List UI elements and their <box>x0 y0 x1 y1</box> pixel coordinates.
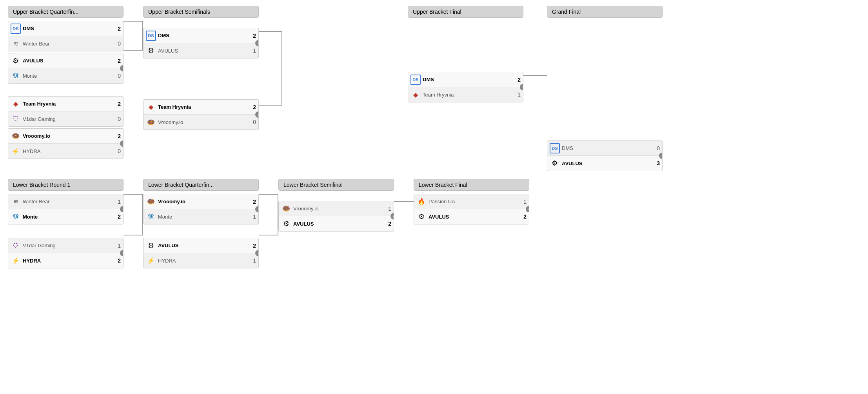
team-name: Vrooomy.io <box>158 119 251 125</box>
passion-logo: 🔥 <box>416 197 427 207</box>
team-name: DMS <box>423 77 516 82</box>
team-row: ⚙ AVULUS 1 <box>143 43 258 58</box>
team-name: DMS <box>158 33 251 38</box>
upper-sf-match1: DS DMS 2 ⚙ AVULUS 1 i <box>143 28 259 58</box>
team-name: AVULUS <box>158 243 251 248</box>
info-btn[interactable]: i <box>390 213 394 219</box>
hydra-logo2: ⚡ <box>11 255 21 266</box>
team-score: 2 <box>118 257 121 264</box>
team-row: ⚙ AVULUS 3 <box>547 156 662 171</box>
team-score: 2 <box>118 213 121 220</box>
upper-qf-match2: ⚙ AVULUS 2 𝕸 Monte 0 i <box>8 53 123 84</box>
info-btn[interactable]: i <box>120 65 123 71</box>
info-btn[interactable]: i <box>255 250 259 256</box>
monte-logo: 𝕸 <box>11 71 21 81</box>
team-name: HYDRA <box>23 258 116 264</box>
team-name: AVULUS <box>429 214 521 220</box>
info-btn[interactable]: i <box>120 140 123 147</box>
team-row: DS DMS 0 <box>547 141 662 156</box>
info-btn[interactable]: i <box>120 206 123 212</box>
lower-final-header: Lower Bracket Final <box>414 179 529 191</box>
v1dar-logo: 🛡 <box>11 114 21 124</box>
grand-final-column: Grand Final DS DMS 0 ⚙ AVULUS 3 i <box>547 6 663 171</box>
team-row: 🍩 Vrooomy.io 1 <box>279 201 394 216</box>
vrooomy-logo2: 🍩 <box>146 117 156 127</box>
grand-final-match1: DS DMS 0 ⚙ AVULUS 3 i <box>547 140 663 171</box>
upper-qf-header: Upper Bracket Quarterfin... <box>8 6 123 18</box>
team-name: Team Hryvnia <box>423 92 516 98</box>
monte-logo2: 𝕸 <box>11 212 21 222</box>
team-row: 𝕸 Monte 2 <box>8 209 123 224</box>
lower-qf-match1: 🍩 Vrooomy.io 2 𝕸 Monte 1 i <box>143 194 259 224</box>
dms-logo3: DS <box>410 75 421 85</box>
team-row: ◆ Team Hryvnia 2 <box>8 97 123 111</box>
team-score: 2 <box>118 58 121 64</box>
info-btn[interactable]: i <box>255 111 259 118</box>
team-row: 🛡 V1dar Gaming 1 <box>8 238 123 253</box>
upper-final-match1: DS DMS 2 ◆ Team Hryvnia 1 i <box>408 72 523 102</box>
team-name: HYDRA <box>158 258 251 264</box>
team-score: 2 <box>253 243 256 249</box>
team-name: Monte <box>23 214 116 220</box>
team-row: 🔥 Passion UA 1 <box>414 194 529 209</box>
info-btn[interactable]: i <box>255 40 259 46</box>
info-btn[interactable]: i <box>255 206 259 212</box>
vrooomy-logo4: 🍩 <box>281 204 291 214</box>
hydra-logo3: ⚡ <box>146 255 156 266</box>
team-score: 3 <box>657 160 660 166</box>
team-score: 2 <box>253 199 256 205</box>
team-row: ⚙ AVULUS 2 <box>279 216 394 231</box>
team-score: 0 <box>657 145 660 151</box>
team-row: ⚡ HYDRA 1 <box>143 253 258 268</box>
team-score: 2 <box>388 221 391 227</box>
lower-qf-header: Lower Bracket Quarterfin... <box>143 179 259 191</box>
avulus-logo4: ⚙ <box>550 158 560 168</box>
team-row: 🍩 Vrooomy.io 2 <box>143 194 258 209</box>
team-name: Monte <box>23 73 116 79</box>
team-name: AVULUS <box>562 161 655 166</box>
team-name: Vrooomy.io <box>158 199 251 204</box>
team-score: 1 <box>253 47 256 54</box>
team-score: 0 <box>118 73 121 79</box>
team-row: ≋ Winter Bear 0 <box>8 36 123 51</box>
team-score: 2 <box>253 33 256 39</box>
team-name: AVULUS <box>293 221 386 227</box>
info-btn[interactable]: i <box>520 84 523 90</box>
dms-logo4: DS <box>550 143 560 153</box>
team-score: 0 <box>118 40 121 47</box>
team-name: Team Hryvnia <box>23 101 116 107</box>
team-score: 2 <box>518 77 521 83</box>
team-score: 0 <box>253 119 256 125</box>
team-score: 2 <box>253 104 256 110</box>
team-row: ◆ Team Hryvnia 2 <box>143 100 258 115</box>
team-score: 1 <box>253 213 256 220</box>
winterbear-logo: ≋ <box>11 38 21 49</box>
team-name: Winter Bear <box>23 199 116 204</box>
avulus-logo2: ⚙ <box>146 46 156 56</box>
team-name: HYDRA <box>23 148 116 154</box>
team-row: 🍩 Vrooomy.io 0 <box>143 115 258 130</box>
info-btn[interactable]: i <box>120 250 123 256</box>
lower-r1-match2: 🛡 V1dar Gaming 1 ⚡ HYDRA 2 i <box>8 238 123 268</box>
lower-r1-column: Lower Bracket Round 1 ≋ Winter Bear 1 𝕸 … <box>8 179 123 268</box>
team-row: ⚡ HYDRA 2 <box>8 253 123 268</box>
team-name: V1dar Gaming <box>23 243 116 248</box>
team-score: 2 <box>118 26 121 32</box>
upper-final-column: Upper Bracket Final DS DMS 2 ◆ Team Hryv… <box>408 6 523 102</box>
team-name: Winter Bear <box>23 41 116 47</box>
team-row: ⚙ AVULUS 2 <box>8 53 123 68</box>
team-name: Vrooomy.io <box>23 133 116 139</box>
upper-sf-header: Upper Bracket Semifinals <box>143 6 259 18</box>
team-row: 🛡 V1dar Gaming 0 <box>8 111 123 126</box>
team-name: AVULUS <box>158 48 251 54</box>
dms-logo: DS <box>11 24 21 34</box>
team-row: 𝕸 Monte 0 <box>8 68 123 83</box>
team-name: AVULUS <box>23 58 116 64</box>
upper-qf-column: Upper Bracket Quarterfin... DS DMS 2 ≋ W… <box>8 6 123 159</box>
team-score: 2 <box>118 133 121 139</box>
info-btn[interactable]: i <box>526 206 529 212</box>
info-btn[interactable]: i <box>659 153 663 159</box>
avulus-logo6: ⚙ <box>416 212 427 222</box>
lower-sf-header: Lower Bracket Semifinal <box>278 179 394 191</box>
upper-sf-match2: ◆ Team Hryvnia 2 🍩 Vrooomy.io 0 i <box>143 99 259 130</box>
